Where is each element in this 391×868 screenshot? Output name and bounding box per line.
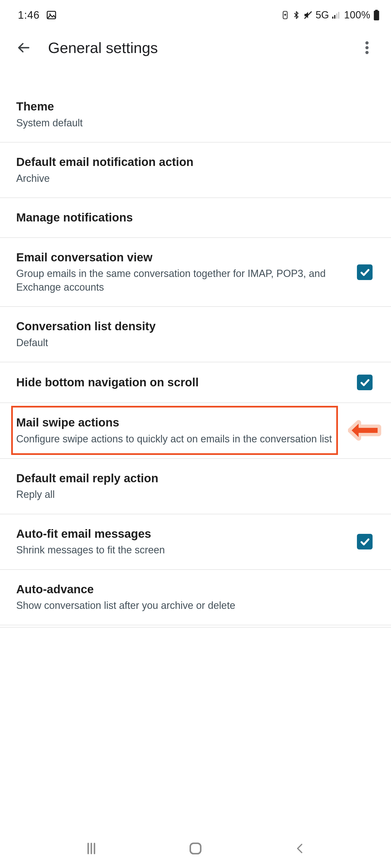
status-left: 1:46 <box>18 9 57 21</box>
setting-sub: Archive <box>16 172 366 185</box>
recents-icon <box>84 841 99 856</box>
setting-title: Default email notification action <box>16 155 366 169</box>
setting-conversation-list-density[interactable]: Conversation list density Default <box>0 307 391 362</box>
check-icon <box>359 377 370 388</box>
network-label: 5G <box>315 9 329 21</box>
page-title: General settings <box>48 39 342 56</box>
setting-title: Auto-advance <box>16 582 366 597</box>
checkbox-hide-bottom-nav[interactable] <box>357 375 372 390</box>
svg-rect-4 <box>332 17 333 19</box>
status-bar: 1:46 5G <box>0 0 391 28</box>
setting-mail-swipe-actions[interactable]: Mail swipe actions Configure swipe actio… <box>0 403 391 459</box>
app-bar: General settings <box>0 28 391 67</box>
image-icon <box>46 9 57 21</box>
setting-sub: Configure swipe actions to quickly act o… <box>16 432 366 446</box>
signal-icon <box>332 11 341 19</box>
battery-percent: 100% <box>344 9 370 21</box>
setting-title: Manage notifications <box>16 210 366 225</box>
home-icon <box>188 841 203 856</box>
bluetooth-icon <box>292 10 301 20</box>
setting-sub: Show conversation list after you archive… <box>16 599 366 613</box>
nav-recents-button[interactable] <box>79 836 104 861</box>
svg-point-13 <box>365 51 369 54</box>
svg-rect-5 <box>334 15 335 19</box>
check-icon <box>359 267 370 278</box>
mute-icon <box>303 10 313 20</box>
setting-theme[interactable]: Theme System default <box>0 87 391 143</box>
setting-default-email-notification-action[interactable]: Default email notification action Archiv… <box>0 143 391 198</box>
setting-title: Conversation list density <box>16 319 366 334</box>
more-vertical-icon <box>365 41 369 54</box>
setting-auto-fit-email-messages[interactable]: Auto-fit email messages Shrink messages … <box>0 514 391 570</box>
svg-point-12 <box>365 46 369 50</box>
system-nav-bar <box>0 829 391 868</box>
svg-rect-6 <box>336 13 337 19</box>
setting-hide-bottom-navigation[interactable]: Hide bottom navigation on scroll <box>0 362 391 403</box>
svg-point-11 <box>365 41 369 44</box>
data-saver-icon <box>281 10 289 20</box>
nav-back-button[interactable] <box>287 836 312 861</box>
arrow-left-icon <box>17 41 30 55</box>
back-button[interactable] <box>16 40 31 56</box>
setting-email-conversation-view[interactable]: Email conversation view Group emails in … <box>0 238 391 307</box>
check-icon <box>359 536 370 547</box>
more-menu-button[interactable] <box>359 40 375 56</box>
svg-rect-9 <box>374 10 379 20</box>
nav-home-button[interactable] <box>183 836 208 861</box>
setting-sub: Default <box>16 336 366 350</box>
setting-title: Auto-fit email messages <box>16 527 348 541</box>
battery-icon <box>373 10 380 20</box>
checkbox-auto-fit[interactable] <box>357 534 372 550</box>
chevron-left-icon <box>294 841 306 856</box>
checkbox-conversation-view[interactable] <box>357 265 372 280</box>
setting-sub: Reply all <box>16 488 366 501</box>
svg-rect-7 <box>338 12 339 19</box>
setting-sub: Group emails in the same conversation to… <box>16 267 348 294</box>
setting-sub: Shrink messages to fit the screen <box>16 543 348 557</box>
list-end-divider <box>0 625 391 627</box>
setting-default-email-reply-action[interactable]: Default email reply action Reply all <box>0 459 391 514</box>
settings-list: Theme System default Default email notif… <box>0 87 391 627</box>
svg-rect-17 <box>190 843 200 854</box>
setting-title: Theme <box>16 99 366 114</box>
setting-manage-notifications[interactable]: Manage notifications <box>0 198 391 238</box>
setting-title: Hide bottom navigation on scroll <box>16 375 348 390</box>
status-right: 5G 100% <box>281 9 380 21</box>
setting-title: Mail swipe actions <box>16 415 366 430</box>
setting-auto-advance[interactable]: Auto-advance Show conversation list afte… <box>0 570 391 625</box>
setting-title: Email conversation view <box>16 250 348 265</box>
setting-title: Default email reply action <box>16 471 366 486</box>
setting-sub: System default <box>16 116 366 130</box>
status-time: 1:46 <box>18 9 40 21</box>
